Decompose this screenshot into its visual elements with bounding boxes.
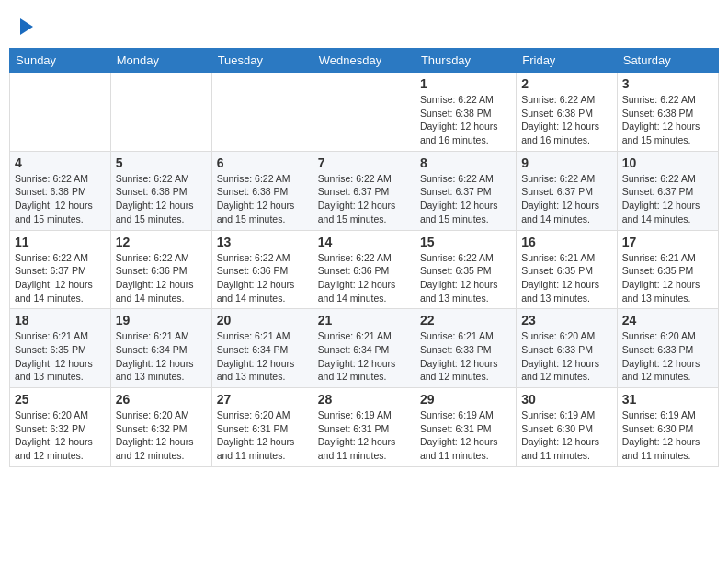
day-number: 9 bbox=[521, 155, 611, 170]
calendar-cell: 10Sunrise: 6:22 AM Sunset: 6:37 PM Dayli… bbox=[617, 151, 718, 230]
day-info: Sunrise: 6:22 AM Sunset: 6:38 PM Dayligh… bbox=[622, 93, 713, 147]
day-number: 15 bbox=[420, 235, 511, 249]
day-info: Sunrise: 6:21 AM Sunset: 6:33 PM Dayligh… bbox=[420, 329, 511, 384]
day-number: 2 bbox=[521, 76, 611, 91]
calendar-cell: 5Sunrise: 6:22 AM Sunset: 6:38 PM Daylig… bbox=[110, 151, 211, 230]
day-number: 6 bbox=[217, 155, 308, 170]
day-info: Sunrise: 6:21 AM Sunset: 6:35 PM Dayligh… bbox=[521, 251, 611, 305]
day-info: Sunrise: 6:22 AM Sunset: 6:37 PM Dayligh… bbox=[420, 172, 511, 226]
day-info: Sunrise: 6:22 AM Sunset: 6:36 PM Dayligh… bbox=[116, 251, 207, 305]
calendar-cell: 15Sunrise: 6:22 AM Sunset: 6:35 PM Dayli… bbox=[415, 230, 516, 309]
day-info: Sunrise: 6:22 AM Sunset: 6:38 PM Dayligh… bbox=[15, 172, 106, 226]
day-info: Sunrise: 6:21 AM Sunset: 6:34 PM Dayligh… bbox=[116, 329, 207, 384]
calendar-cell bbox=[110, 73, 211, 152]
day-info: Sunrise: 6:19 AM Sunset: 6:31 PM Dayligh… bbox=[420, 408, 511, 463]
calendar-cell: 14Sunrise: 6:22 AM Sunset: 6:36 PM Dayli… bbox=[313, 230, 415, 309]
day-number: 26 bbox=[116, 392, 207, 407]
day-number: 29 bbox=[420, 392, 511, 407]
day-number: 23 bbox=[521, 313, 611, 327]
calendar-cell: 20Sunrise: 6:21 AM Sunset: 6:34 PM Dayli… bbox=[211, 309, 313, 388]
calendar-cell: 18Sunrise: 6:21 AM Sunset: 6:35 PM Dayli… bbox=[10, 309, 111, 388]
day-info: Sunrise: 6:20 AM Sunset: 6:32 PM Dayligh… bbox=[15, 408, 106, 463]
day-info: Sunrise: 6:22 AM Sunset: 6:37 PM Dayligh… bbox=[15, 251, 106, 305]
day-number: 12 bbox=[116, 235, 207, 249]
day-info: Sunrise: 6:22 AM Sunset: 6:38 PM Dayligh… bbox=[217, 172, 308, 226]
day-number: 1 bbox=[420, 76, 511, 91]
day-number: 17 bbox=[622, 235, 713, 249]
day-number: 18 bbox=[15, 313, 106, 327]
day-number: 27 bbox=[217, 392, 308, 407]
day-number: 25 bbox=[15, 392, 106, 407]
day-number: 31 bbox=[622, 392, 713, 407]
day-info: Sunrise: 6:21 AM Sunset: 6:35 PM Dayligh… bbox=[622, 251, 713, 305]
weekday-header-sunday: Sunday bbox=[10, 49, 111, 73]
weekday-header-tuesday: Tuesday bbox=[211, 49, 313, 73]
day-number: 4 bbox=[15, 155, 106, 170]
day-info: Sunrise: 6:22 AM Sunset: 6:37 PM Dayligh… bbox=[318, 172, 410, 226]
calendar-cell: 17Sunrise: 6:21 AM Sunset: 6:35 PM Dayli… bbox=[617, 230, 718, 309]
day-number: 14 bbox=[318, 235, 410, 249]
logo-arrow-icon bbox=[20, 18, 33, 35]
weekday-header-thursday: Thursday bbox=[415, 49, 516, 73]
day-number: 20 bbox=[217, 313, 308, 327]
calendar-cell: 1Sunrise: 6:22 AM Sunset: 6:38 PM Daylig… bbox=[415, 73, 516, 152]
calendar-cell: 4Sunrise: 6:22 AM Sunset: 6:38 PM Daylig… bbox=[10, 151, 111, 230]
day-info: Sunrise: 6:22 AM Sunset: 6:37 PM Dayligh… bbox=[521, 172, 611, 226]
day-info: Sunrise: 6:22 AM Sunset: 6:38 PM Dayligh… bbox=[420, 93, 511, 147]
calendar-cell: 3Sunrise: 6:22 AM Sunset: 6:38 PM Daylig… bbox=[617, 73, 718, 152]
day-info: Sunrise: 6:22 AM Sunset: 6:38 PM Dayligh… bbox=[116, 172, 207, 226]
header bbox=[9, 9, 719, 42]
weekday-header-friday: Friday bbox=[517, 49, 617, 73]
day-info: Sunrise: 6:20 AM Sunset: 6:33 PM Dayligh… bbox=[622, 329, 713, 384]
day-info: Sunrise: 6:22 AM Sunset: 6:36 PM Dayligh… bbox=[217, 251, 308, 305]
calendar-cell: 30Sunrise: 6:19 AM Sunset: 6:30 PM Dayli… bbox=[517, 388, 617, 467]
day-info: Sunrise: 6:22 AM Sunset: 6:37 PM Dayligh… bbox=[622, 172, 713, 226]
day-info: Sunrise: 6:22 AM Sunset: 6:36 PM Dayligh… bbox=[318, 251, 410, 305]
calendar-cell: 12Sunrise: 6:22 AM Sunset: 6:36 PM Dayli… bbox=[110, 230, 211, 309]
calendar-cell: 6Sunrise: 6:22 AM Sunset: 6:38 PM Daylig… bbox=[211, 151, 313, 230]
calendar-cell: 13Sunrise: 6:22 AM Sunset: 6:36 PM Dayli… bbox=[211, 230, 313, 309]
day-number: 8 bbox=[420, 155, 511, 170]
svg-marker-0 bbox=[20, 18, 33, 35]
day-number: 21 bbox=[318, 313, 410, 327]
day-number: 28 bbox=[318, 392, 410, 407]
calendar-cell: 9Sunrise: 6:22 AM Sunset: 6:37 PM Daylig… bbox=[517, 151, 617, 230]
calendar-cell: 7Sunrise: 6:22 AM Sunset: 6:37 PM Daylig… bbox=[313, 151, 415, 230]
calendar-cell: 2Sunrise: 6:22 AM Sunset: 6:38 PM Daylig… bbox=[517, 73, 617, 152]
day-info: Sunrise: 6:22 AM Sunset: 6:38 PM Dayligh… bbox=[521, 93, 611, 147]
day-info: Sunrise: 6:22 AM Sunset: 6:35 PM Dayligh… bbox=[420, 251, 511, 305]
day-number: 10 bbox=[622, 155, 713, 170]
day-info: Sunrise: 6:21 AM Sunset: 6:34 PM Dayligh… bbox=[217, 329, 308, 384]
calendar-cell: 28Sunrise: 6:19 AM Sunset: 6:31 PM Dayli… bbox=[313, 388, 415, 467]
calendar-cell: 22Sunrise: 6:21 AM Sunset: 6:33 PM Dayli… bbox=[415, 309, 516, 388]
day-number: 30 bbox=[521, 392, 611, 407]
day-number: 5 bbox=[116, 155, 207, 170]
calendar-cell: 26Sunrise: 6:20 AM Sunset: 6:32 PM Dayli… bbox=[110, 388, 211, 467]
day-number: 3 bbox=[622, 76, 713, 91]
calendar-cell: 25Sunrise: 6:20 AM Sunset: 6:32 PM Dayli… bbox=[10, 388, 111, 467]
day-info: Sunrise: 6:19 AM Sunset: 6:30 PM Dayligh… bbox=[622, 408, 713, 463]
logo bbox=[18, 17, 33, 39]
day-info: Sunrise: 6:20 AM Sunset: 6:32 PM Dayligh… bbox=[116, 408, 207, 463]
weekday-header-saturday: Saturday bbox=[617, 49, 718, 73]
day-info: Sunrise: 6:20 AM Sunset: 6:33 PM Dayligh… bbox=[521, 329, 611, 384]
calendar-cell: 24Sunrise: 6:20 AM Sunset: 6:33 PM Dayli… bbox=[617, 309, 718, 388]
day-info: Sunrise: 6:21 AM Sunset: 6:35 PM Dayligh… bbox=[15, 329, 106, 384]
calendar-cell: 27Sunrise: 6:20 AM Sunset: 6:31 PM Dayli… bbox=[211, 388, 313, 467]
weekday-header-wednesday: Wednesday bbox=[313, 49, 415, 73]
calendar-cell: 31Sunrise: 6:19 AM Sunset: 6:30 PM Dayli… bbox=[617, 388, 718, 467]
calendar-cell bbox=[10, 73, 111, 152]
day-number: 19 bbox=[116, 313, 207, 327]
day-number: 11 bbox=[15, 235, 106, 249]
weekday-header-monday: Monday bbox=[110, 49, 211, 73]
day-info: Sunrise: 6:20 AM Sunset: 6:31 PM Dayligh… bbox=[217, 408, 308, 463]
day-number: 16 bbox=[521, 235, 611, 249]
day-info: Sunrise: 6:21 AM Sunset: 6:34 PM Dayligh… bbox=[318, 329, 410, 384]
day-number: 13 bbox=[217, 235, 308, 249]
day-info: Sunrise: 6:19 AM Sunset: 6:31 PM Dayligh… bbox=[318, 408, 410, 463]
calendar-cell bbox=[211, 73, 313, 152]
calendar-cell: 8Sunrise: 6:22 AM Sunset: 6:37 PM Daylig… bbox=[415, 151, 516, 230]
calendar-cell bbox=[313, 73, 415, 152]
calendar-cell: 23Sunrise: 6:20 AM Sunset: 6:33 PM Dayli… bbox=[517, 309, 617, 388]
calendar-table: SundayMondayTuesdayWednesdayThursdayFrid… bbox=[9, 48, 719, 467]
